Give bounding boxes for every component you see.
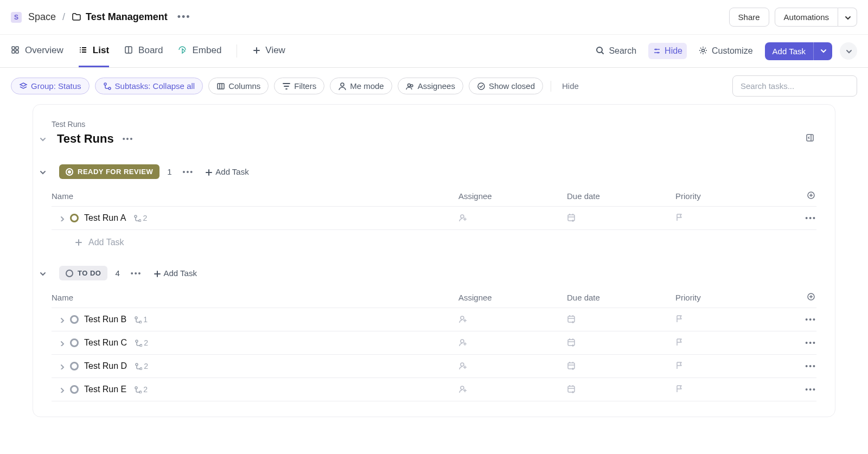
- task-row[interactable]: Test Run B 1 •••: [52, 308, 816, 331]
- priority-button[interactable]: [675, 213, 784, 223]
- task-expand-caret[interactable]: [58, 340, 65, 346]
- task-expand-caret[interactable]: [58, 386, 65, 393]
- filter-filters[interactable]: Filters: [274, 78, 324, 94]
- task-name[interactable]: Test Run D: [84, 361, 127, 371]
- share-button[interactable]: Share: [729, 8, 769, 27]
- status-group: READY FOR REVIEW 1 ••• Add Task Name Ass…: [52, 164, 816, 247]
- group-add-task-button[interactable]: Add Task: [205, 167, 248, 176]
- filter-assignees[interactable]: Assignees: [398, 78, 463, 94]
- filter-subtasks[interactable]: Subtasks: Collapse all: [95, 78, 203, 94]
- panel-toggle-button[interactable]: [806, 133, 816, 144]
- assignee-add-button[interactable]: [458, 361, 567, 371]
- col-priority-header[interactable]: Priority: [675, 293, 784, 302]
- add-view-button[interactable]: View: [252, 35, 285, 67]
- search-tasks-input[interactable]: [732, 75, 857, 97]
- priority-button[interactable]: [675, 361, 784, 371]
- filter-group[interactable]: Group: Status: [11, 78, 90, 94]
- hide-toggle[interactable]: Hide: [648, 43, 687, 59]
- col-duedate-header[interactable]: Due date: [567, 293, 675, 302]
- tab-overview[interactable]: Overview: [11, 35, 63, 67]
- space-badge[interactable]: S: [11, 12, 22, 23]
- filter-me-mode[interactable]: Me mode: [330, 78, 392, 94]
- priority-button[interactable]: [675, 385, 784, 394]
- subtask-count-badge[interactable]: 2: [135, 338, 148, 347]
- filter-icon: [282, 82, 291, 91]
- breadcrumb-more-button[interactable]: •••: [174, 10, 194, 24]
- add-task-caret-button[interactable]: [813, 42, 832, 60]
- task-row[interactable]: Test Run C 2 •••: [52, 331, 816, 355]
- filter-show-closed[interactable]: Show closed: [469, 78, 543, 94]
- customize-button[interactable]: Customize: [694, 43, 757, 59]
- task-more-button[interactable]: •••: [805, 338, 816, 347]
- subtask-count-badge[interactable]: 2: [134, 385, 148, 394]
- assignee-add-button[interactable]: [458, 338, 567, 348]
- assignee-add-button[interactable]: [458, 315, 567, 324]
- tab-list-label: List: [93, 45, 109, 56]
- group-add-task-label: Add Task: [164, 268, 197, 278]
- due-date-button[interactable]: [567, 385, 675, 394]
- view-more-button[interactable]: [840, 42, 857, 60]
- folder-more-button[interactable]: •••: [119, 133, 137, 144]
- tab-list[interactable]: List: [79, 35, 109, 67]
- tab-embed[interactable]: Embed: [178, 35, 221, 67]
- status-chip[interactable]: READY FOR REVIEW: [59, 164, 159, 179]
- subtask-count-badge[interactable]: 2: [133, 214, 147, 222]
- col-priority-header[interactable]: Priority: [675, 191, 784, 201]
- add-column-button[interactable]: [807, 292, 816, 302]
- filter-columns[interactable]: Columns: [208, 78, 269, 94]
- col-duedate-header[interactable]: Due date: [567, 191, 675, 201]
- due-date-button[interactable]: [567, 315, 675, 324]
- col-assignee-header[interactable]: Assignee: [458, 191, 567, 201]
- task-more-button[interactable]: •••: [805, 385, 816, 394]
- task-row[interactable]: Test Run E 2 •••: [52, 378, 816, 401]
- group-more-button[interactable]: •••: [180, 167, 197, 177]
- folder-crumb[interactable]: Test Runs: [52, 120, 816, 129]
- task-expand-caret[interactable]: [58, 316, 65, 323]
- task-name[interactable]: Test Run E: [84, 385, 126, 394]
- col-name-header[interactable]: Name: [52, 293, 458, 302]
- task-name[interactable]: Test Run A: [84, 213, 126, 223]
- add-column-button[interactable]: [807, 191, 816, 201]
- task-status-circle[interactable]: [70, 362, 79, 370]
- subtask-count-badge[interactable]: 1: [134, 315, 148, 324]
- crumb-space[interactable]: Space: [28, 11, 56, 23]
- tab-board[interactable]: Board: [124, 35, 163, 67]
- chevron-down-icon: [819, 47, 827, 54]
- priority-button[interactable]: [675, 315, 784, 324]
- add-task-row[interactable]: Add Task: [52, 230, 816, 247]
- group-more-button[interactable]: •••: [127, 268, 145, 279]
- task-status-circle[interactable]: [70, 315, 79, 324]
- add-task-row-label: Add Task: [88, 238, 124, 247]
- assignee-add-button[interactable]: [458, 385, 567, 394]
- task-more-button[interactable]: •••: [805, 214, 816, 222]
- task-name[interactable]: Test Run B: [84, 315, 126, 324]
- group-add-task-button[interactable]: Add Task: [153, 268, 197, 278]
- priority-button[interactable]: [675, 338, 784, 348]
- assignee-add-button[interactable]: [458, 213, 567, 223]
- subtask-count-badge[interactable]: 2: [135, 362, 148, 370]
- due-date-button[interactable]: [567, 361, 675, 371]
- task-more-button[interactable]: •••: [805, 362, 816, 370]
- task-more-button[interactable]: •••: [805, 315, 816, 324]
- breadcrumb: S Space / Test Management •••: [11, 10, 194, 24]
- status-chip[interactable]: TO DO: [59, 266, 107, 280]
- task-expand-caret[interactable]: [58, 215, 65, 221]
- crumb-folder[interactable]: Test Management: [72, 11, 168, 23]
- task-row[interactable]: Test Run D 2 •••: [52, 355, 816, 378]
- folder-icon: [72, 12, 81, 22]
- search-button[interactable]: Search: [591, 43, 641, 59]
- due-date-button[interactable]: [567, 213, 675, 223]
- task-name[interactable]: Test Run C: [84, 338, 127, 348]
- task-expand-caret[interactable]: [58, 363, 65, 369]
- task-row[interactable]: Test Run A 2 •••: [52, 207, 816, 230]
- col-assignee-header[interactable]: Assignee: [458, 293, 567, 302]
- task-status-circle[interactable]: [70, 338, 79, 347]
- add-task-button[interactable]: Add Task: [765, 42, 813, 60]
- automations-caret-button[interactable]: [838, 8, 857, 27]
- task-status-circle[interactable]: [70, 385, 79, 394]
- filter-hide-link[interactable]: Hide: [559, 81, 582, 91]
- col-name-header[interactable]: Name: [52, 191, 458, 201]
- automations-button[interactable]: Automations: [775, 8, 838, 27]
- due-date-button[interactable]: [567, 338, 675, 348]
- task-status-circle[interactable]: [70, 214, 79, 222]
